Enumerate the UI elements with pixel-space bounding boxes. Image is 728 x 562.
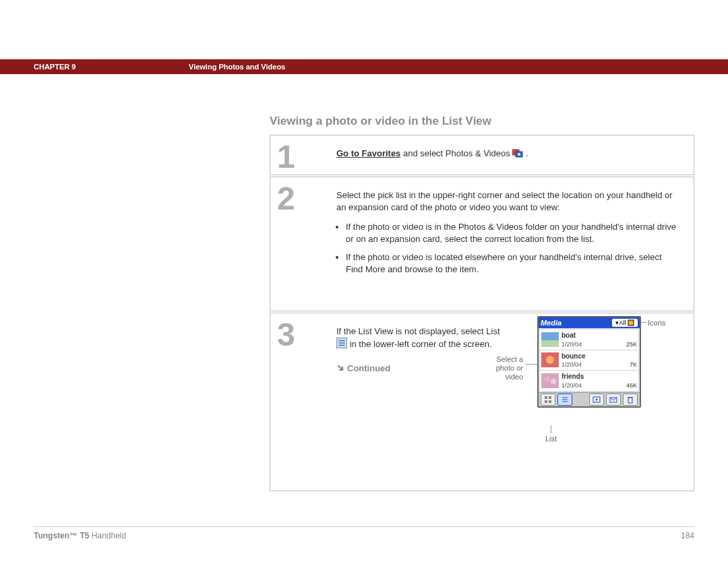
send-button[interactable] bbox=[606, 394, 621, 406]
favorites-link[interactable]: Go to Favorites bbox=[336, 148, 400, 158]
step-number: 3 bbox=[277, 319, 324, 351]
list-item[interactable]: friends 1/20/0446K bbox=[540, 371, 638, 391]
thumbnail-view-button[interactable] bbox=[541, 394, 555, 406]
product-name: Tungsten™ T5 Handheld bbox=[34, 531, 126, 540]
footer: Tungsten™ T5 Handheld 184 bbox=[34, 526, 694, 540]
card-icon bbox=[628, 319, 634, 326]
svg-rect-16 bbox=[549, 396, 551, 399]
step2-intro: Select the pick list in the upper-right … bbox=[336, 189, 680, 213]
step-number: 2 bbox=[277, 183, 324, 215]
device-screenshot: Media ▾ All boat 1/20/0425K bbox=[537, 316, 641, 408]
step1-text: and select Photos & Videos bbox=[400, 148, 512, 158]
callout-icons: Icons bbox=[648, 319, 665, 327]
step-3: 3 If the List View is not displayed, sel… bbox=[270, 313, 694, 491]
svg-rect-7 bbox=[628, 320, 634, 325]
svg-rect-9 bbox=[541, 340, 559, 347]
item-name: friends bbox=[562, 372, 637, 381]
device-filter-dropdown[interactable]: ▾ All bbox=[612, 319, 638, 327]
svg-marker-23 bbox=[596, 398, 598, 401]
step2-bullet2: If the photo or video is located elsewhe… bbox=[346, 251, 680, 275]
page-number: 184 bbox=[681, 531, 694, 540]
svg-rect-15 bbox=[545, 396, 547, 399]
item-name: boat bbox=[562, 331, 637, 340]
chapter-label: CHAPTER 9 bbox=[34, 63, 189, 71]
svg-rect-25 bbox=[628, 398, 632, 403]
svg-point-13 bbox=[545, 377, 550, 382]
item-date: 1/20/04 bbox=[562, 381, 582, 389]
step-1: 1 Go to Favorites and select Photos & Vi… bbox=[270, 135, 694, 175]
device-app-title: Media bbox=[541, 318, 562, 328]
section-label: Viewing Photos and Videos bbox=[189, 63, 285, 71]
thumbnail-icon bbox=[541, 373, 559, 388]
delete-button[interactable] bbox=[623, 394, 638, 406]
header-bar: CHAPTER 9 Viewing Photos and Videos bbox=[0, 59, 728, 74]
list-item[interactable]: bounce 1/20/047K bbox=[540, 350, 638, 371]
svg-rect-18 bbox=[549, 400, 551, 403]
item-size: 46K bbox=[626, 381, 637, 389]
step-number: 1 bbox=[277, 141, 324, 173]
step-2: 2 Select the pick list in the upper-righ… bbox=[270, 177, 694, 311]
slideshow-button[interactable] bbox=[589, 394, 604, 406]
svg-rect-17 bbox=[545, 400, 547, 403]
item-size: 25K bbox=[626, 340, 637, 348]
thumbnail-icon bbox=[541, 332, 559, 347]
photos-videos-icon bbox=[512, 148, 523, 158]
continued-arrow-icon: ➔ bbox=[333, 361, 348, 376]
callout-select-photo: Select a photo or video bbox=[489, 355, 523, 382]
svg-point-2 bbox=[518, 153, 520, 156]
item-size: 7K bbox=[630, 361, 637, 369]
device-toolbar bbox=[539, 392, 640, 406]
step3-text1: If the List View is not displayed, selec… bbox=[336, 326, 500, 336]
svg-point-14 bbox=[551, 379, 556, 384]
device-list: boat 1/20/0425K bounce 1/20/047K bbox=[540, 330, 638, 391]
list-view-icon bbox=[336, 338, 347, 347]
page-title: Viewing a photo or video in the List Vie… bbox=[270, 115, 491, 128]
list-item[interactable]: boat 1/20/0425K bbox=[540, 330, 638, 350]
step3-text2: in the lower-left corner of the screen. bbox=[350, 339, 492, 349]
callout-list: List bbox=[545, 435, 557, 443]
item-date: 1/20/04 bbox=[562, 340, 582, 348]
thumbnail-icon bbox=[541, 352, 559, 367]
item-date: 1/20/04 bbox=[562, 361, 582, 369]
svg-rect-12 bbox=[541, 373, 559, 388]
device-titlebar: Media ▾ All bbox=[539, 317, 640, 328]
svg-point-11 bbox=[546, 356, 554, 364]
item-name: bounce bbox=[562, 352, 637, 361]
list-view-button[interactable] bbox=[557, 394, 572, 406]
step2-bullet1: If the photo or video is in the Photos &… bbox=[346, 221, 680, 245]
